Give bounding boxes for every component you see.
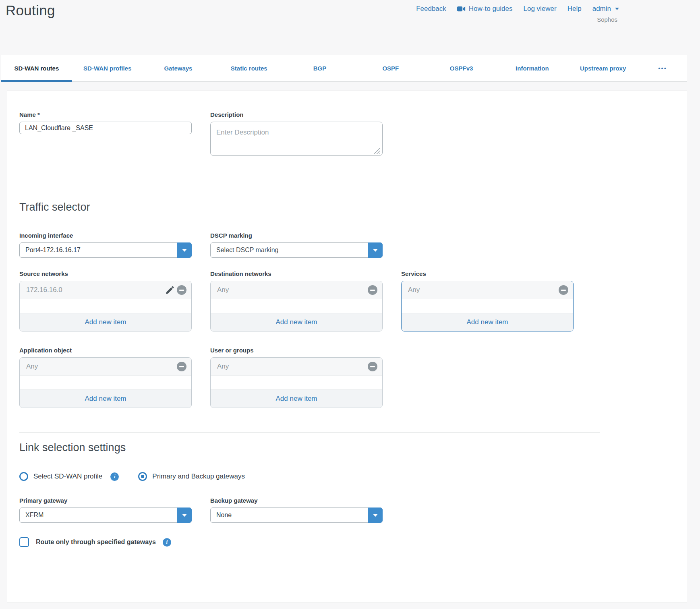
link-selection-heading: Link selection settings: [19, 441, 600, 454]
tab-sd-wan-routes[interactable]: SD-WAN routes: [1, 55, 72, 81]
list-empty-area: [211, 376, 382, 389]
howto-guides-label: How-to guides: [469, 5, 513, 13]
source-networks-add-button[interactable]: Add new item: [20, 313, 191, 331]
dropdown-arrow-icon: [182, 514, 187, 517]
incoming-interface-select[interactable]: Port4-172.16.16.17: [19, 242, 192, 258]
user-or-groups-box: Any Add new item: [210, 357, 383, 408]
tab-ospfv3[interactable]: OSPFv3: [426, 55, 497, 81]
list-item-value: 172.16.16.0: [26, 286, 166, 294]
destination-networks-box: Any Add new item: [210, 281, 383, 331]
edit-pencil-icon[interactable]: [166, 286, 174, 294]
primary-gateway-label: Primary gateway: [19, 497, 192, 504]
list-empty-area: [20, 376, 191, 389]
destination-networks-add-button[interactable]: Add new item: [211, 313, 382, 331]
primary-gateway-dropdown-button[interactable]: [177, 508, 192, 523]
tab-upstream-proxy[interactable]: Upstream proxy: [567, 55, 638, 81]
incoming-interface-label: Incoming interface: [19, 232, 192, 239]
list-item-value: Any: [408, 286, 559, 294]
source-networks-box: 172.16.16.0 Add new item: [19, 281, 192, 331]
dscp-marking-select[interactable]: Select DSCP marking: [210, 242, 383, 258]
tab-ospf[interactable]: OSPF: [355, 55, 426, 81]
remove-item-icon[interactable]: [368, 362, 377, 371]
dropdown-arrow-icon: [182, 249, 187, 252]
remove-item-icon[interactable]: [559, 285, 568, 295]
radio-button-icon[interactable]: [19, 472, 28, 481]
tab-gateways[interactable]: Gateways: [143, 55, 214, 81]
page-header: Routing Feedback How-to guides Log viewe…: [0, 0, 700, 55]
backup-gateway-dropdown-button[interactable]: [368, 508, 383, 523]
list-item: 172.16.16.0: [20, 281, 191, 299]
list-item: Any: [402, 281, 573, 299]
traffic-selector-heading: Traffic selector: [19, 201, 600, 213]
dscp-marking-dropdown-button[interactable]: [368, 242, 383, 258]
brand-text: Sophos: [597, 16, 617, 23]
section-divider: [19, 192, 600, 192]
source-networks-label: Source networks: [19, 270, 192, 277]
dropdown-arrow-icon: [373, 249, 378, 252]
top-nav-links: Feedback How-to guides Log viewer Help a…: [416, 5, 619, 13]
application-object-box: Any Add new item: [19, 357, 192, 408]
remove-item-icon[interactable]: [368, 285, 377, 295]
dscp-marking-value: Select DSCP marking: [216, 243, 365, 257]
incoming-interface-dropdown-button[interactable]: [177, 242, 192, 258]
remove-item-icon[interactable]: [177, 362, 186, 371]
application-object-label: Application object: [19, 347, 192, 354]
info-icon[interactable]: i: [163, 538, 171, 547]
primary-gateway-select[interactable]: XFRM: [19, 508, 192, 523]
list-item-value: Any: [217, 362, 368, 371]
remove-item-icon[interactable]: [177, 285, 186, 295]
admin-menu-label: admin: [592, 5, 611, 13]
destination-networks-label: Destination networks: [210, 270, 383, 277]
name-label: Name *: [19, 111, 192, 118]
name-input[interactable]: [19, 122, 192, 134]
list-item: Any: [211, 281, 382, 299]
route-only-checkbox[interactable]: [19, 537, 29, 547]
help-label: Help: [567, 5, 582, 13]
tab-sd-wan-profiles[interactable]: SD-WAN profiles: [72, 55, 143, 81]
description-textarea[interactable]: [210, 122, 383, 156]
list-empty-area: [211, 299, 382, 313]
backup-gateway-select[interactable]: None: [210, 508, 383, 523]
description-label: Description: [210, 111, 383, 118]
services-box: Any Add new item: [401, 281, 574, 331]
list-item-value: Any: [26, 362, 177, 371]
dscp-marking-label: DSCP marking: [210, 232, 383, 239]
incoming-interface-value: Port4-172.16.16.17: [25, 243, 174, 257]
route-only-checkbox-label: Route only through specified gateways: [36, 539, 156, 546]
list-item: Any: [20, 358, 191, 376]
radio-button-icon[interactable]: [138, 472, 147, 481]
tab-overflow-menu[interactable]: •••: [638, 55, 687, 81]
log-viewer-link[interactable]: Log viewer: [524, 5, 557, 13]
services-add-button[interactable]: Add new item: [402, 313, 573, 331]
routing-tab-bar: SD-WAN routes SD-WAN profiles Gateways S…: [1, 55, 687, 82]
help-link[interactable]: Help: [567, 5, 582, 13]
feedback-link-label: Feedback: [416, 5, 446, 13]
log-viewer-label: Log viewer: [524, 5, 557, 13]
backup-gateway-value: None: [216, 508, 365, 522]
radio-select-sdwan-profile[interactable]: Select SD-WAN profile: [19, 472, 102, 481]
radio-label: Select SD-WAN profile: [33, 472, 102, 481]
list-empty-area: [20, 299, 191, 313]
video-camera-icon: [457, 6, 466, 12]
list-item-value: Any: [217, 286, 368, 294]
tab-information[interactable]: Information: [497, 55, 567, 81]
backup-gateway-label: Backup gateway: [210, 497, 383, 504]
caret-down-icon: [615, 8, 619, 10]
user-or-groups-label: User or groups: [210, 347, 383, 354]
application-object-add-button[interactable]: Add new item: [20, 389, 191, 408]
primary-gateway-value: XFRM: [25, 508, 174, 522]
user-or-groups-add-button[interactable]: Add new item: [211, 389, 382, 408]
radio-label: Primary and Backup gateways: [152, 472, 245, 481]
tab-bgp[interactable]: BGP: [284, 55, 355, 81]
section-divider: [19, 432, 600, 433]
radio-primary-backup-gateways[interactable]: Primary and Backup gateways: [138, 472, 245, 481]
feedback-link[interactable]: Feedback: [416, 5, 446, 13]
info-icon[interactable]: i: [110, 472, 119, 481]
tab-static-routes[interactable]: Static routes: [213, 55, 284, 81]
admin-menu[interactable]: admin: [592, 5, 619, 13]
dropdown-arrow-icon: [373, 514, 378, 517]
list-item: Any: [211, 358, 382, 376]
howto-guides-link[interactable]: How-to guides: [457, 5, 513, 13]
page-title: Routing: [6, 2, 55, 19]
list-empty-area: [402, 299, 573, 313]
